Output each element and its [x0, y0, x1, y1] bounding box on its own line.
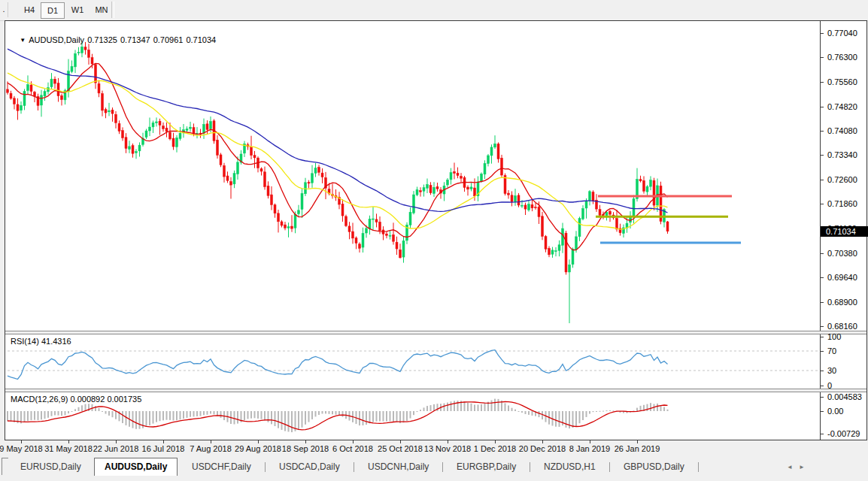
tab-usdcnh-daily[interactable]: USDCNH,Daily [358, 459, 439, 474]
candle-body [426, 184, 429, 188]
timeframe-mn-button[interactable]: MN [90, 2, 113, 17]
macd-histogram-bar [271, 411, 272, 424]
chart-symbol-label: AUDUSD,Daily [29, 35, 84, 44]
macd-histogram-bar [44, 411, 46, 419]
macd-histogram-bar [68, 411, 69, 413]
toolbar-fragment-button[interactable]: . [0, 2, 8, 17]
candle-body [433, 187, 436, 193]
toolbar-separator [111, 2, 114, 18]
macd-histogram-bar [417, 411, 418, 412]
macd-histogram-bar [190, 411, 191, 417]
candle-body [179, 133, 181, 138]
macd-histogram-bar [599, 411, 601, 412]
candle-body [389, 235, 391, 236]
candle-body [172, 138, 175, 147]
macd-histogram-bar [71, 411, 73, 412]
candle-body [402, 240, 405, 257]
candle-body [253, 156, 256, 158]
moving-average-line[interactable] [8, 73, 668, 229]
candle-body [359, 244, 361, 249]
tabs-scroll-right-icon[interactable]: ► [799, 464, 805, 470]
candle-body [156, 122, 158, 123]
macd-histogram-bar [582, 411, 584, 420]
macd-histogram-bar [505, 404, 506, 412]
date-label: 18 Sep 2018 [282, 444, 329, 453]
candle-body [294, 214, 296, 228]
macd-histogram-bar [464, 402, 466, 411]
date-tick-mark [258, 440, 259, 443]
macd-histogram-bar [410, 411, 411, 419]
rsi-indicator-chart[interactable] [5, 334, 820, 389]
macd-histogram-bar [291, 411, 293, 432]
macd-histogram-bar [203, 411, 205, 415]
tabs-scroll-left-icon[interactable]: ◄ [787, 464, 793, 470]
macd-histogram-bar [437, 404, 439, 411]
candle-body [490, 147, 493, 156]
macd-histogram-bar [494, 399, 496, 411]
macd-histogram-bar [132, 411, 134, 428]
candle-body [474, 188, 476, 196]
macd-histogram-bar [474, 405, 475, 412]
moving-average-line[interactable] [8, 63, 668, 250]
tab-usdchf-daily[interactable]: USDCHF,Daily [182, 459, 261, 474]
candle-body [379, 222, 381, 230]
mt4-window: . H4 D1 W1 MN ▼AUDUSD,Daily0.713250.7134… [0, 0, 868, 481]
candle-body [501, 158, 503, 175]
candle-body [531, 204, 533, 208]
symbol-dropdown-icon[interactable]: ▼ [20, 37, 26, 44]
candle-body [206, 124, 208, 130]
candle-body [20, 105, 23, 110]
macd-histogram-bar [613, 410, 615, 411]
macd-histogram-bar [366, 411, 367, 425]
candle-body [599, 210, 601, 216]
main-price-chart[interactable] [5, 21, 820, 327]
macd-histogram-bar [315, 411, 317, 416]
tab-gbpusd-daily[interactable]: GBPUSD,Daily [614, 459, 694, 474]
tab-audusd-daily[interactable]: AUDUSD,Daily [94, 458, 178, 476]
macd-histogram-bar [609, 410, 611, 411]
macd-histogram-bar [660, 406, 662, 411]
candle-body [291, 226, 293, 228]
date-axis[interactable]: 9 May 201831 May 201822 Jun 201816 Jul 2… [0, 440, 868, 456]
macd-histogram-bar [555, 411, 557, 427]
macd-histogram-bar [332, 411, 333, 414]
tab-eurgbp-daily[interactable]: EURGBP,Daily [447, 459, 526, 474]
date-label: 20 Dec 2018 [519, 444, 566, 453]
macd-histogram-bar [383, 411, 384, 422]
macd-signal-line [8, 402, 668, 430]
candle-body [558, 245, 560, 251]
candle-body [423, 188, 425, 192]
candle-body [281, 222, 283, 225]
macd-histogram-bar [176, 411, 178, 420]
timeframe-w1-button[interactable]: W1 [66, 2, 89, 17]
macd-histogram-bar [156, 411, 157, 422]
macd-histogram-bar [162, 411, 164, 420]
candle-body [578, 219, 581, 237]
macd-histogram-bar [220, 411, 222, 418]
price-tick-label: 0.74820 [827, 102, 857, 111]
price-tick-label: 0.77040 [827, 29, 857, 38]
macd-histogram-bar [196, 411, 198, 416]
candle-body [555, 251, 557, 252]
candle-body [95, 65, 97, 83]
tab-eurusd-daily[interactable]: EURUSD,Daily [11, 459, 91, 474]
candle-body [274, 205, 276, 213]
macd-histogram-bar [498, 399, 499, 411]
timeframe-h4-button[interactable]: H4 [18, 2, 41, 17]
candle-body [393, 234, 395, 241]
macd-histogram-bar [99, 408, 100, 411]
price-tick-mark [821, 180, 824, 180]
candle-body [308, 183, 310, 183]
tab-usdcad-daily[interactable]: USDCAD,Daily [269, 459, 350, 474]
price-tick-mark [821, 155, 824, 156]
rsi-tick-mark [821, 371, 824, 371]
candle-body [352, 231, 354, 238]
candle-body [545, 237, 547, 250]
candle-body [542, 216, 544, 237]
timeframe-d1-button[interactable]: D1 [41, 2, 65, 19]
tab-nzdusd-h1[interactable]: NZDUSD,H1 [534, 459, 605, 474]
candle-body [118, 123, 120, 131]
candle-body [91, 58, 93, 64]
macd-tick-mark [821, 411, 824, 412]
candle-body [429, 185, 432, 192]
